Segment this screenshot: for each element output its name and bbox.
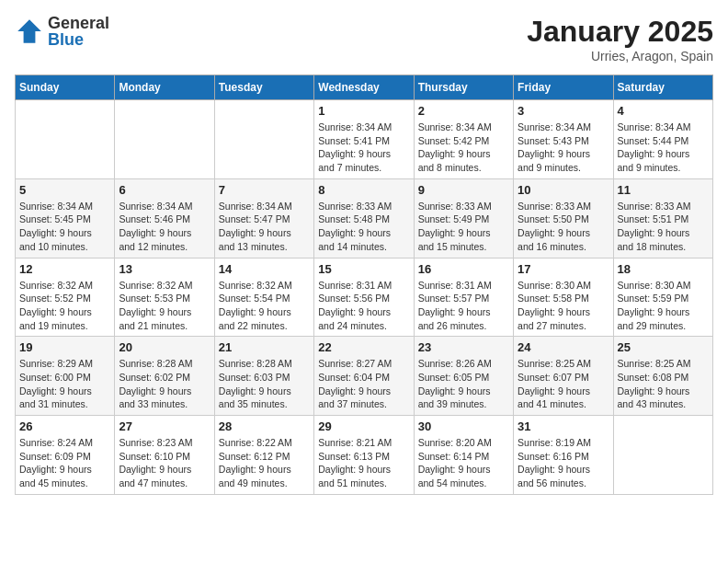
calendar-cell: 25Sunrise: 8:25 AM Sunset: 6:08 PM Dayli…	[613, 337, 712, 416]
day-detail: Sunrise: 8:33 AM Sunset: 5:51 PM Dayligh…	[618, 200, 709, 254]
calendar-cell	[613, 416, 712, 495]
day-detail: Sunrise: 8:23 AM Sunset: 6:10 PM Dayligh…	[119, 436, 210, 490]
calendar-cell: 1Sunrise: 8:34 AM Sunset: 5:41 PM Daylig…	[314, 100, 414, 179]
calendar-cell: 8Sunrise: 8:33 AM Sunset: 5:48 PM Daylig…	[314, 178, 414, 258]
day-number: 21	[219, 340, 310, 354]
svg-marker-0	[17, 19, 41, 43]
calendar-cell	[214, 100, 313, 179]
title-block: January 2025 Urries, Aragon, Spain	[527, 15, 713, 63]
day-number: 22	[318, 340, 409, 354]
logo-general: General	[48, 15, 109, 31]
calendar-cell: 21Sunrise: 8:28 AM Sunset: 6:03 PM Dayli…	[214, 337, 313, 416]
logo-text: General Blue	[48, 15, 109, 48]
month-title: January 2025	[527, 15, 713, 49]
day-detail: Sunrise: 8:33 AM Sunset: 5:50 PM Dayligh…	[518, 200, 609, 254]
calendar-cell	[115, 100, 214, 179]
calendar-week-row: 12Sunrise: 8:32 AM Sunset: 5:52 PM Dayli…	[16, 258, 713, 337]
calendar-cell: 31Sunrise: 8:19 AM Sunset: 6:16 PM Dayli…	[514, 416, 613, 495]
calendar-cell: 24Sunrise: 8:25 AM Sunset: 6:07 PM Dayli…	[514, 337, 613, 416]
calendar-cell: 2Sunrise: 8:34 AM Sunset: 5:42 PM Daylig…	[414, 100, 513, 179]
day-number: 23	[418, 340, 509, 354]
day-detail: Sunrise: 8:31 AM Sunset: 5:57 PM Dayligh…	[418, 279, 509, 333]
weekday-header-thursday: Thursday	[414, 75, 513, 100]
day-detail: Sunrise: 8:25 AM Sunset: 6:08 PM Dayligh…	[618, 357, 709, 411]
calendar-cell: 15Sunrise: 8:31 AM Sunset: 5:56 PM Dayli…	[314, 258, 414, 337]
day-number: 3	[518, 104, 609, 118]
day-detail: Sunrise: 8:34 AM Sunset: 5:47 PM Dayligh…	[219, 200, 310, 254]
weekday-header-saturday: Saturday	[613, 75, 712, 100]
day-detail: Sunrise: 8:28 AM Sunset: 6:03 PM Dayligh…	[219, 357, 310, 411]
day-number: 15	[318, 262, 409, 276]
calendar-cell: 4Sunrise: 8:34 AM Sunset: 5:44 PM Daylig…	[613, 100, 712, 179]
day-number: 1	[318, 104, 409, 118]
calendar-cell	[16, 100, 115, 179]
day-detail: Sunrise: 8:34 AM Sunset: 5:44 PM Dayligh…	[618, 121, 709, 175]
calendar-cell: 9Sunrise: 8:33 AM Sunset: 5:49 PM Daylig…	[414, 178, 513, 258]
day-detail: Sunrise: 8:21 AM Sunset: 6:13 PM Dayligh…	[318, 436, 409, 490]
day-number: 20	[119, 340, 210, 354]
location-subtitle: Urries, Aragon, Spain	[527, 49, 713, 63]
day-detail: Sunrise: 8:34 AM Sunset: 5:42 PM Dayligh…	[418, 121, 509, 175]
day-detail: Sunrise: 8:31 AM Sunset: 5:56 PM Dayligh…	[318, 279, 409, 333]
calendar-cell: 27Sunrise: 8:23 AM Sunset: 6:10 PM Dayli…	[115, 416, 214, 495]
calendar-cell: 13Sunrise: 8:32 AM Sunset: 5:53 PM Dayli…	[115, 258, 214, 337]
weekday-header-friday: Friday	[514, 75, 613, 100]
day-detail: Sunrise: 8:19 AM Sunset: 6:16 PM Dayligh…	[518, 436, 609, 490]
day-number: 6	[119, 183, 210, 197]
logo: General Blue	[15, 15, 109, 48]
day-number: 5	[19, 183, 110, 197]
day-detail: Sunrise: 8:25 AM Sunset: 6:07 PM Dayligh…	[518, 357, 609, 411]
day-detail: Sunrise: 8:32 AM Sunset: 5:52 PM Dayligh…	[19, 279, 110, 333]
calendar-cell: 28Sunrise: 8:22 AM Sunset: 6:12 PM Dayli…	[214, 416, 313, 495]
day-detail: Sunrise: 8:29 AM Sunset: 6:00 PM Dayligh…	[19, 357, 110, 411]
day-number: 8	[318, 183, 409, 197]
day-number: 25	[618, 340, 709, 354]
weekday-header-sunday: Sunday	[16, 75, 115, 100]
day-detail: Sunrise: 8:30 AM Sunset: 5:58 PM Dayligh…	[518, 279, 609, 333]
weekday-header-monday: Monday	[115, 75, 214, 100]
logo-icon	[15, 17, 44, 46]
calendar-cell: 16Sunrise: 8:31 AM Sunset: 5:57 PM Dayli…	[414, 258, 513, 337]
day-number: 28	[219, 419, 310, 433]
day-number: 14	[219, 262, 310, 276]
page-header: General Blue January 2025 Urries, Aragon…	[15, 15, 713, 63]
calendar-cell: 29Sunrise: 8:21 AM Sunset: 6:13 PM Dayli…	[314, 416, 414, 495]
day-number: 31	[518, 419, 609, 433]
day-number: 27	[119, 419, 210, 433]
calendar-cell: 22Sunrise: 8:27 AM Sunset: 6:04 PM Dayli…	[314, 337, 414, 416]
calendar-cell: 14Sunrise: 8:32 AM Sunset: 5:54 PM Dayli…	[214, 258, 313, 337]
calendar-week-row: 26Sunrise: 8:24 AM Sunset: 6:09 PM Dayli…	[16, 416, 713, 495]
day-detail: Sunrise: 8:20 AM Sunset: 6:14 PM Dayligh…	[418, 436, 509, 490]
calendar-cell: 23Sunrise: 8:26 AM Sunset: 6:05 PM Dayli…	[414, 337, 513, 416]
day-number: 10	[518, 183, 609, 197]
day-detail: Sunrise: 8:34 AM Sunset: 5:46 PM Dayligh…	[119, 200, 210, 254]
calendar-cell: 12Sunrise: 8:32 AM Sunset: 5:52 PM Dayli…	[16, 258, 115, 337]
calendar-cell: 20Sunrise: 8:28 AM Sunset: 6:02 PM Dayli…	[115, 337, 214, 416]
day-number: 18	[618, 262, 709, 276]
calendar-cell: 10Sunrise: 8:33 AM Sunset: 5:50 PM Dayli…	[514, 178, 613, 258]
day-number: 13	[119, 262, 210, 276]
day-detail: Sunrise: 8:22 AM Sunset: 6:12 PM Dayligh…	[219, 436, 310, 490]
day-detail: Sunrise: 8:24 AM Sunset: 6:09 PM Dayligh…	[19, 436, 110, 490]
calendar-header-row: SundayMondayTuesdayWednesdayThursdayFrid…	[16, 75, 713, 100]
calendar-cell: 5Sunrise: 8:34 AM Sunset: 5:45 PM Daylig…	[16, 178, 115, 258]
day-number: 7	[219, 183, 310, 197]
day-number: 16	[418, 262, 509, 276]
weekday-header-tuesday: Tuesday	[214, 75, 313, 100]
day-number: 17	[518, 262, 609, 276]
day-number: 26	[19, 419, 110, 433]
day-detail: Sunrise: 8:33 AM Sunset: 5:48 PM Dayligh…	[318, 200, 409, 254]
day-number: 19	[19, 340, 110, 354]
day-number: 11	[618, 183, 709, 197]
day-number: 4	[618, 104, 709, 118]
day-number: 9	[418, 183, 509, 197]
day-detail: Sunrise: 8:32 AM Sunset: 5:54 PM Dayligh…	[219, 279, 310, 333]
day-detail: Sunrise: 8:34 AM Sunset: 5:43 PM Dayligh…	[518, 121, 609, 175]
calendar-cell: 7Sunrise: 8:34 AM Sunset: 5:47 PM Daylig…	[214, 178, 313, 258]
calendar-cell: 26Sunrise: 8:24 AM Sunset: 6:09 PM Dayli…	[16, 416, 115, 495]
day-detail: Sunrise: 8:32 AM Sunset: 5:53 PM Dayligh…	[119, 279, 210, 333]
calendar-week-row: 19Sunrise: 8:29 AM Sunset: 6:00 PM Dayli…	[16, 337, 713, 416]
calendar-cell: 17Sunrise: 8:30 AM Sunset: 5:58 PM Dayli…	[514, 258, 613, 337]
weekday-header-wednesday: Wednesday	[314, 75, 414, 100]
day-detail: Sunrise: 8:30 AM Sunset: 5:59 PM Dayligh…	[618, 279, 709, 333]
